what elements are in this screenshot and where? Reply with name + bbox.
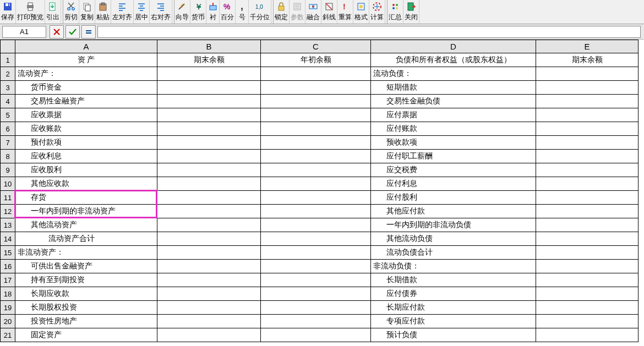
- cell-C5[interactable]: [261, 108, 371, 122]
- cell-A21[interactable]: 固定资产: [15, 328, 157, 342]
- cell-B12[interactable]: [157, 205, 261, 218]
- cell-C13[interactable]: [261, 218, 371, 232]
- cell-E2[interactable]: [536, 67, 638, 81]
- fill-button[interactable]: 衬: [206, 0, 220, 24]
- export-button[interactable]: 引出: [45, 0, 61, 24]
- cell-D4[interactable]: 交易性金融负债: [371, 95, 536, 108]
- cell-A18[interactable]: 长期应收款: [15, 287, 157, 301]
- cell-B9[interactable]: [157, 163, 261, 177]
- row-header-14[interactable]: 14: [0, 232, 15, 246]
- cell-B10[interactable]: [157, 177, 261, 191]
- cell-D2[interactable]: 流动负债：: [371, 67, 536, 81]
- cell-C19[interactable]: [261, 301, 371, 315]
- cell-C21[interactable]: [261, 328, 371, 342]
- cell-D18[interactable]: 应付债券: [371, 287, 536, 301]
- cell-E9[interactable]: [536, 163, 638, 177]
- name-box[interactable]: A1: [2, 26, 46, 38]
- cell-A20[interactable]: 投资性房地产: [15, 315, 157, 328]
- cell-E18[interactable]: [536, 287, 638, 301]
- comma-button[interactable]: ,号: [236, 0, 249, 24]
- cell-D10[interactable]: 应付利息: [371, 177, 536, 191]
- cell-E13[interactable]: [536, 218, 638, 232]
- row-header-13[interactable]: 13: [0, 218, 15, 232]
- cell-B19[interactable]: [157, 301, 261, 315]
- close-button[interactable]: 关闭: [403, 0, 419, 24]
- cell-A2[interactable]: 流动资产：: [15, 67, 157, 81]
- cell-E5[interactable]: [536, 108, 638, 122]
- cell-A4[interactable]: 交易性金融资产: [15, 95, 157, 108]
- row-header-7[interactable]: 7: [0, 136, 15, 150]
- cell-A12[interactable]: 一年内到期的非流动资产: [15, 205, 157, 218]
- cell-A17[interactable]: 持有至到期投资: [15, 273, 157, 287]
- thousands-button[interactable]: 1,0千分位: [249, 0, 271, 24]
- confirm-formula-button[interactable]: [66, 25, 80, 39]
- cell-B15[interactable]: [157, 246, 261, 260]
- cell-B7[interactable]: [157, 136, 261, 150]
- save-button[interactable]: 保存: [0, 0, 16, 24]
- align-left-button[interactable]: 左对齐: [111, 0, 134, 24]
- cell-A7[interactable]: 预付款项: [15, 136, 157, 150]
- cell-E15[interactable]: [536, 246, 638, 260]
- cell-D15[interactable]: 流动负债合计: [371, 246, 536, 260]
- cell-B16[interactable]: [157, 260, 261, 273]
- wizard-button[interactable]: 向导: [174, 0, 190, 24]
- column-header-A[interactable]: A: [15, 40, 157, 53]
- cell-A14[interactable]: 流动资产合计: [15, 232, 157, 246]
- cell-E3[interactable]: [536, 81, 638, 95]
- cell-D9[interactable]: 应交税费: [371, 163, 536, 177]
- cell-E10[interactable]: [536, 177, 638, 191]
- cell-C4[interactable]: [261, 95, 371, 108]
- params-button[interactable]: 参数: [290, 0, 305, 24]
- cell-B14[interactable]: [157, 232, 261, 246]
- column-header-E[interactable]: E: [536, 40, 638, 53]
- row-header-2[interactable]: 2: [0, 67, 15, 81]
- cell-A3[interactable]: 货币资金: [15, 81, 157, 95]
- cell-B21[interactable]: [157, 328, 261, 342]
- cell-B20[interactable]: [157, 315, 261, 328]
- cell-A5[interactable]: 应收票据: [15, 108, 157, 122]
- cell-D3[interactable]: 短期借款: [371, 81, 536, 95]
- cell-E17[interactable]: [536, 273, 638, 287]
- cell-B17[interactable]: [157, 273, 261, 287]
- row-header-11[interactable]: 11: [0, 191, 15, 205]
- calc-button[interactable]: 计算: [369, 0, 385, 24]
- cell-A11[interactable]: 存货: [15, 191, 157, 205]
- cell-B8[interactable]: [157, 150, 261, 163]
- cell-E16[interactable]: [536, 260, 638, 273]
- cell-C11[interactable]: [261, 191, 371, 205]
- currency-button[interactable]: ￥货币: [190, 0, 206, 24]
- format-button[interactable]: 格式: [353, 0, 369, 24]
- cell-D11[interactable]: 应付股利: [371, 191, 536, 205]
- cell-E12[interactable]: [536, 205, 638, 218]
- cell-C12[interactable]: [261, 205, 371, 218]
- cell-C7[interactable]: [261, 136, 371, 150]
- cell-E21[interactable]: [536, 328, 638, 342]
- cell-E11[interactable]: [536, 191, 638, 205]
- lock-button[interactable]: 锁定: [274, 0, 290, 24]
- row-header-9[interactable]: 9: [0, 163, 15, 177]
- cell-B1[interactable]: 期末余额: [157, 53, 261, 67]
- cell-E4[interactable]: [536, 95, 638, 108]
- cell-D12[interactable]: 其他应付款: [371, 205, 536, 218]
- cell-D8[interactable]: 应付职工薪酬: [371, 150, 536, 163]
- cell-D17[interactable]: 长期借款: [371, 273, 536, 287]
- cell-A8[interactable]: 应收利息: [15, 150, 157, 163]
- cell-C14[interactable]: [261, 232, 371, 246]
- cell-E19[interactable]: [536, 301, 638, 315]
- cell-D5[interactable]: 应付票据: [371, 108, 536, 122]
- cell-C8[interactable]: [261, 150, 371, 163]
- cell-B18[interactable]: [157, 287, 261, 301]
- row-header-1[interactable]: 1: [0, 53, 15, 67]
- paste-button[interactable]: 粘贴: [95, 0, 111, 24]
- row-header-16[interactable]: 16: [0, 260, 15, 273]
- cell-A10[interactable]: 其他应收款: [15, 177, 157, 191]
- cell-D21[interactable]: 预计负债: [371, 328, 536, 342]
- cell-E1[interactable]: 期末余额: [536, 53, 638, 67]
- row-header-4[interactable]: 4: [0, 95, 15, 108]
- cell-A16[interactable]: 可供出售金融资产: [15, 260, 157, 273]
- recalc-button[interactable]: !重算: [337, 0, 353, 24]
- cell-E14[interactable]: [536, 232, 638, 246]
- row-header-17[interactable]: 17: [0, 273, 15, 287]
- cell-C1[interactable]: 年初余额: [261, 53, 371, 67]
- cell-B3[interactable]: [157, 81, 261, 95]
